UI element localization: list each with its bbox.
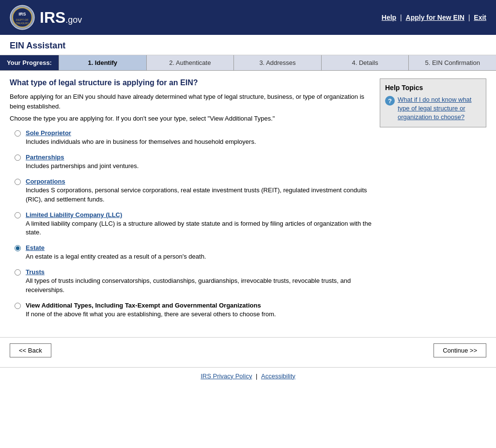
logo-area: IRS DEPT OF TREASURY IRS.gov: [10, 5, 82, 30]
help-title: Help Topics: [385, 84, 481, 92]
question-title: What type of legal structure is applying…: [10, 78, 372, 87]
progress-label: Your Progress:: [0, 55, 59, 70]
progress-bar: Your Progress: 1. Identify 2. Authentica…: [0, 55, 496, 71]
back-button[interactable]: << Back: [10, 343, 51, 357]
option-desc-llc: A limited liability company (LLC) is a s…: [26, 219, 372, 237]
site-header: IRS DEPT OF TREASURY IRS.gov Help | Appl…: [0, 0, 496, 35]
gov-suffix: .gov: [65, 15, 82, 25]
radio-view-additional[interactable]: [15, 303, 21, 309]
option-content-llc: Limited Liability Company (LLC) A limite…: [26, 211, 372, 237]
option-label-sole-proprietor[interactable]: Sole Proprietor: [26, 129, 71, 137]
help-topic-link[interactable]: What if I do not know what type of legal…: [398, 95, 481, 122]
progress-step-authenticate[interactable]: 2. Authenticate: [146, 55, 234, 70]
help-box: Help Topics ? What if I do not know what…: [380, 78, 486, 127]
option-label-corporations[interactable]: Corporations: [26, 178, 65, 185]
option-label-view-additional[interactable]: View Additional Types, Including Tax-Exe…: [26, 302, 261, 309]
option-partnerships: Partnerships Includes partnerships and j…: [10, 153, 372, 170]
separator-1: |: [400, 14, 404, 21]
apply-new-ein-link[interactable]: Apply for New EIN: [406, 14, 465, 21]
choose-text: Choose the type you are applying for. If…: [10, 115, 372, 122]
option-label-partnerships[interactable]: Partnerships: [26, 154, 64, 161]
footer: IRS Privacy Policy | Accessibility: [0, 367, 496, 385]
header-nav: Help | Apply for New EIN | Exit: [382, 14, 486, 21]
separator-2: |: [468, 14, 472, 21]
button-area: << Back Continue >>: [0, 337, 496, 367]
option-view-additional: View Additional Types, Including Tax-Exe…: [10, 301, 372, 319]
main-content: What type of legal structure is applying…: [0, 71, 496, 333]
radio-trusts[interactable]: [15, 269, 21, 276]
option-desc-trusts: All types of trusts including conservato…: [26, 277, 372, 294]
intro-text: Before applying for an EIN you should ha…: [10, 92, 372, 111]
option-desc-partnerships: Includes partnerships and joint ventures…: [26, 162, 139, 170]
radio-estate[interactable]: [15, 245, 21, 251]
option-content-partnerships: Partnerships Includes partnerships and j…: [26, 153, 139, 170]
progress-step-addresses[interactable]: 3. Addresses: [233, 55, 321, 70]
option-content-sole-proprietor: Sole Proprietor Includes individuals who…: [26, 129, 256, 146]
option-content-corporations: Corporations Includes S corporations, pe…: [26, 177, 372, 203]
option-desc-sole-proprietor: Includes individuals who are in business…: [26, 138, 256, 146]
left-panel: What type of legal structure is applying…: [10, 78, 372, 325]
page-title-area: EIN Assistant: [0, 35, 496, 55]
option-llc: Limited Liability Company (LLC) A limite…: [10, 211, 372, 237]
radio-sole-proprietor[interactable]: [15, 130, 21, 137]
option-desc-corporations: Includes S corporations, personal servic…: [26, 186, 372, 203]
exit-link[interactable]: Exit: [474, 14, 486, 21]
option-desc-view-additional: If none of the above fit what you are es…: [26, 310, 276, 319]
page-title: EIN Assistant: [10, 41, 486, 51]
progress-step-identify[interactable]: 1. Identify: [59, 55, 146, 70]
irs-logo-icon: IRS DEPT OF TREASURY: [10, 5, 35, 30]
privacy-policy-link[interactable]: IRS Privacy Policy: [201, 372, 252, 380]
radio-llc[interactable]: [15, 212, 21, 218]
option-estate: Estate An estate is a legal entity creat…: [10, 244, 372, 261]
option-content-estate: Estate An estate is a legal entity creat…: [26, 244, 206, 261]
option-label-estate[interactable]: Estate: [26, 244, 45, 251]
radio-partnerships[interactable]: [15, 154, 21, 161]
progress-step-ein-confirmation[interactable]: 5. EIN Confirmation: [408, 55, 496, 70]
option-label-trusts[interactable]: Trusts: [26, 268, 45, 276]
option-content-view-additional: View Additional Types, Including Tax-Exe…: [26, 301, 276, 319]
option-corporations: Corporations Includes S corporations, pe…: [10, 177, 372, 203]
footer-separator: |: [256, 372, 259, 380]
option-label-llc[interactable]: Limited Liability Company (LLC): [26, 211, 122, 218]
option-desc-estate: An estate is a legal entity created as a…: [26, 252, 206, 261]
right-panel: Help Topics ? What if I do not know what…: [380, 78, 486, 325]
progress-step-details[interactable]: 4. Details: [321, 55, 409, 70]
option-content-trusts: Trusts All types of trusts including con…: [26, 268, 372, 294]
svg-text:TREASURY: TREASURY: [16, 22, 29, 25]
help-item: ? What if I do not know what type of leg…: [385, 95, 481, 122]
option-sole-proprietor: Sole Proprietor Includes individuals who…: [10, 129, 372, 146]
option-trusts: Trusts All types of trusts including con…: [10, 268, 372, 294]
help-link[interactable]: Help: [382, 14, 396, 21]
svg-text:DEPT OF: DEPT OF: [16, 18, 29, 21]
accessibility-link[interactable]: Accessibility: [261, 372, 295, 380]
radio-corporations[interactable]: [15, 179, 21, 185]
svg-text:IRS: IRS: [18, 12, 26, 16]
continue-button[interactable]: Continue >>: [434, 343, 486, 357]
irs-wordmark: IRS.gov: [40, 9, 82, 27]
help-question-icon: ?: [385, 96, 395, 106]
